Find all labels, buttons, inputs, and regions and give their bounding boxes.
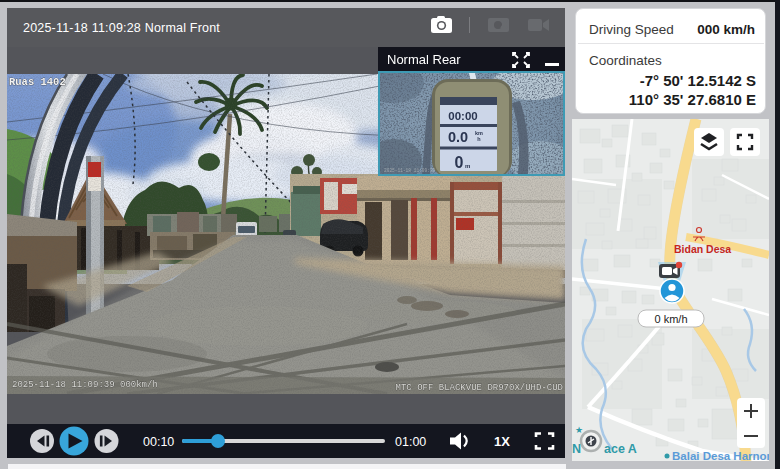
svg-text:Bidan Desa: Bidan Desa bbox=[674, 243, 731, 255]
svg-text:0: 0 bbox=[455, 154, 464, 171]
svg-text:2025-11-18 11:09:39 000km/h: 2025-11-18 11:09:39 000km/h bbox=[12, 380, 158, 390]
svg-text:00:10: 00:10 bbox=[143, 435, 174, 449]
svg-text:0.0: 0.0 bbox=[448, 129, 468, 145]
svg-text:2025-11-18 11:09:39: 2025-11-18 11:09:39 bbox=[384, 168, 436, 173]
svg-text:0 km/h: 0 km/h bbox=[654, 313, 687, 325]
svg-text:00:00: 00:00 bbox=[448, 110, 477, 122]
svg-text:Balai Desa Harnom: Balai Desa Harnom bbox=[672, 450, 769, 461]
svg-text:MTC OFF BLACKVUE DR970X/UHD-CU: MTC OFF BLACKVUE DR970X/UHD-CUD bbox=[396, 383, 563, 393]
svg-text:N: N bbox=[572, 442, 581, 456]
svg-text:★: ★ bbox=[575, 425, 583, 435]
svg-text:Ruas 1402: Ruas 1402 bbox=[9, 76, 66, 88]
svg-text:01:00: 01:00 bbox=[395, 435, 426, 449]
svg-text:ace A: ace A bbox=[604, 442, 637, 456]
svg-text:1X: 1X bbox=[494, 434, 510, 449]
svg-text:m: m bbox=[465, 163, 470, 169]
